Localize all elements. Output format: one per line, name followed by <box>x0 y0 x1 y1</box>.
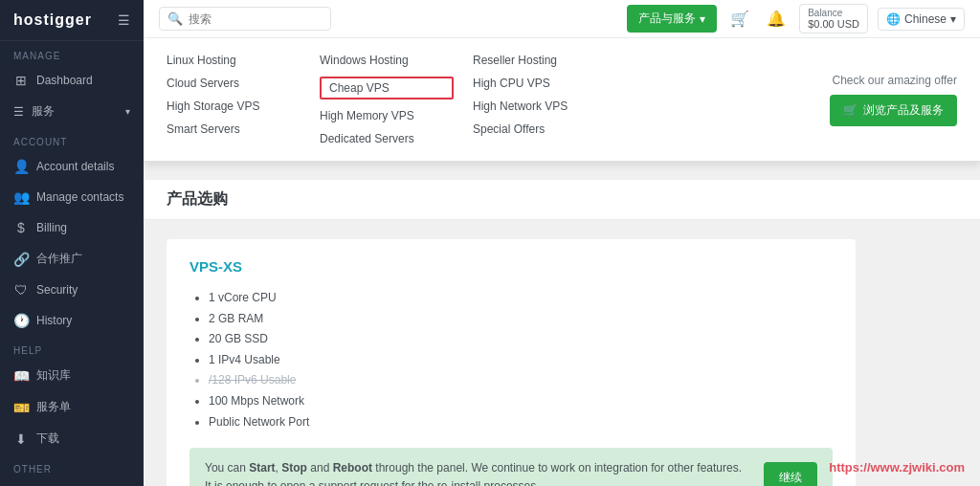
sidebar-label-knowledge-base: 知识库 <box>36 367 71 384</box>
globe-icon: 🌐 <box>886 12 901 26</box>
sidebar-item-services[interactable]: ☰ 服务 ▾ <box>0 96 144 127</box>
vps-card: VPS-XS 1 vCore CPU 2 GB RAM 20 GB SSD 1 … <box>167 239 856 486</box>
dropdown-cloud-servers[interactable]: Cloud Servers <box>167 77 301 90</box>
logo-text: hostigger <box>13 11 92 29</box>
products-services-label: 产品与服务 <box>638 11 696 27</box>
balance-badge: Balance $0.00 USD <box>799 4 868 33</box>
language-selector[interactable]: 🌐 Chinese ▾ <box>878 8 965 31</box>
products-dropdown: Linux Hosting Cloud Servers High Storage… <box>144 38 980 162</box>
dropdown-col-1: Linux Hosting Cloud Servers High Storage… <box>167 54 301 145</box>
order-button[interactable]: 继续 <box>764 462 817 486</box>
search-icon: 🔍 <box>167 11 183 26</box>
dropdown-high-storage-vps[interactable]: High Storage VPS <box>167 99 301 113</box>
dropdown-cheap-vps[interactable]: Cheap VPS <box>320 77 454 99</box>
info-box-text: You can Start, Stop and Reboot through t… <box>205 459 742 486</box>
contacts-icon: 👥 <box>13 189 29 205</box>
dropdown-special-offers[interactable]: Special Offers <box>473 122 607 136</box>
menu-toggle-icon[interactable]: ☰ <box>118 12 130 28</box>
sidebar-label-security: Security <box>36 283 78 297</box>
affiliate-icon: 🔗 <box>13 252 29 267</box>
download-icon: ⬇ <box>13 431 29 447</box>
header: 🔍 产品与服务 ▾ 🛒 🔔 Balance $0.00 USD 🌐 Chines… <box>144 0 980 38</box>
dropdown-col-3: Reseller Hosting High CPU VPS High Netwo… <box>473 54 607 145</box>
products-services-button[interactable]: 产品与服务 ▾ <box>627 5 717 33</box>
chevron-down-icon: ▾ <box>700 12 705 26</box>
sidebar-item-history[interactable]: 🕐 History <box>0 305 144 336</box>
book-icon: 📖 <box>13 368 29 384</box>
sidebar-item-tickets[interactable]: 🎫 服务单 <box>0 391 144 423</box>
sidebar: hostigger ☰ MANAGE ⊞ Dashboard ☰ 服务 ▾ AC… <box>0 0 144 486</box>
page-title: 产品选购 <box>167 190 228 207</box>
page-title-bar: 产品选购 <box>144 180 980 220</box>
services-icon: ☰ <box>13 105 24 119</box>
sidebar-item-ipam[interactable]: 🌐 IPAM <box>0 478 144 486</box>
sidebar-label-account-details: Account details <box>36 160 114 173</box>
feature-port: Public Network Port <box>209 412 833 433</box>
dropdown-linux-hosting[interactable]: Linux Hosting <box>167 54 301 67</box>
sidebar-item-manage-contacts[interactable]: 👥 Manage contacts <box>0 182 144 212</box>
history-icon: 🕐 <box>13 313 29 328</box>
dropdown-reseller-hosting[interactable]: Reseller Hosting <box>473 54 607 67</box>
sidebar-item-knowledge-base[interactable]: 📖 知识库 <box>0 360 144 391</box>
balance-label: Balance <box>808 8 859 18</box>
dashboard-icon: ⊞ <box>13 73 29 88</box>
chevron-down-icon: ▾ <box>950 12 956 26</box>
browse-products-button[interactable]: 🛒 浏览产品及服务 <box>830 95 957 126</box>
sidebar-label-billing: Billing <box>36 221 67 234</box>
dropdown-col-2: Windows Hosting Cheap VPS High Memory VP… <box>320 54 454 145</box>
sidebar-item-security[interactable]: 🛡 Security <box>0 275 144 305</box>
sidebar-label-dashboard: Dashboard <box>36 74 93 87</box>
feature-ram: 2 GB RAM <box>209 309 833 330</box>
dropdown-high-memory-vps[interactable]: High Memory VPS <box>320 109 454 122</box>
ticket-icon: 🎫 <box>13 400 29 415</box>
dropdown-right: Check our amazing offer 🛒 浏览产品及服务 <box>830 54 957 145</box>
shield-icon: 🛡 <box>13 282 29 298</box>
dropdown-windows-hosting[interactable]: Windows Hosting <box>320 54 454 67</box>
sidebar-label-history: History <box>36 314 72 327</box>
dropdown-smart-servers[interactable]: Smart Servers <box>167 122 301 136</box>
search-box: 🔍 <box>159 7 331 31</box>
chevron-down-icon: ▾ <box>125 106 130 117</box>
dropdown-dedicated-servers[interactable]: Dedicated Servers <box>320 132 454 145</box>
vps-name: VPS-XS <box>189 258 833 275</box>
browse-btn-label: 浏览产品及服务 <box>863 102 944 119</box>
sidebar-label-affiliate: 合作推广 <box>36 251 82 267</box>
sidebar-item-dashboard[interactable]: ⊞ Dashboard <box>0 65 144 96</box>
sidebar-logo: hostigger ☰ <box>0 0 144 41</box>
sidebar-item-downloads[interactable]: ⬇ 下载 <box>0 423 144 454</box>
cart-icon: 🛒 <box>843 103 858 117</box>
dropdown-high-network-vps[interactable]: High Network VPS <box>473 99 607 113</box>
sidebar-label-manage-contacts: Manage contacts <box>36 190 123 204</box>
feature-network: 100 Mbps Network <box>209 391 833 412</box>
search-input[interactable] <box>189 12 323 26</box>
feature-ipv6: /128 IPv6 Usable <box>209 370 833 391</box>
feature-ssd: 20 GB SSD <box>209 329 833 350</box>
feature-vcpu: 1 vCore CPU <box>209 288 833 309</box>
info-box: You can Start, Stop and Reboot through t… <box>189 448 833 486</box>
sidebar-label-downloads: 下载 <box>36 431 59 447</box>
sidebar-item-billing[interactable]: $ Billing <box>0 212 144 243</box>
cart-icon[interactable]: 🛒 <box>726 6 753 32</box>
dropdown-promo-text: Check our amazing offer <box>832 74 957 87</box>
feature-ipv4: 1 IPv4 Usable <box>209 350 833 371</box>
language-label: Chinese <box>904 12 947 26</box>
sidebar-item-affiliate[interactable]: 🔗 合作推广 <box>0 243 144 275</box>
main-content: 🔍 产品与服务 ▾ 🛒 🔔 Balance $0.00 USD 🌐 Chines… <box>144 0 980 486</box>
balance-value: $0.00 USD <box>808 18 859 30</box>
sidebar-item-account-details[interactable]: 👤 Account details <box>0 151 144 182</box>
sidebar-label-services: 服务 <box>32 103 55 120</box>
section-other: OTHER <box>0 454 144 478</box>
vps-features-list: 1 vCore CPU 2 GB RAM 20 GB SSD 1 IPv4 Us… <box>189 288 833 432</box>
content-area: VPS-XS 1 vCore CPU 2 GB RAM 20 GB SSD 1 … <box>144 220 980 486</box>
section-manage: MANAGE <box>0 41 144 65</box>
section-help: HELP <box>0 336 144 360</box>
dropdown-high-cpu-vps[interactable]: High CPU VPS <box>473 77 607 90</box>
sidebar-label-tickets: 服务单 <box>36 399 71 415</box>
billing-icon: $ <box>13 220 29 235</box>
user-icon: 👤 <box>13 159 29 174</box>
bell-icon[interactable]: 🔔 <box>763 6 790 32</box>
section-account: ACCOUNT <box>0 127 144 151</box>
